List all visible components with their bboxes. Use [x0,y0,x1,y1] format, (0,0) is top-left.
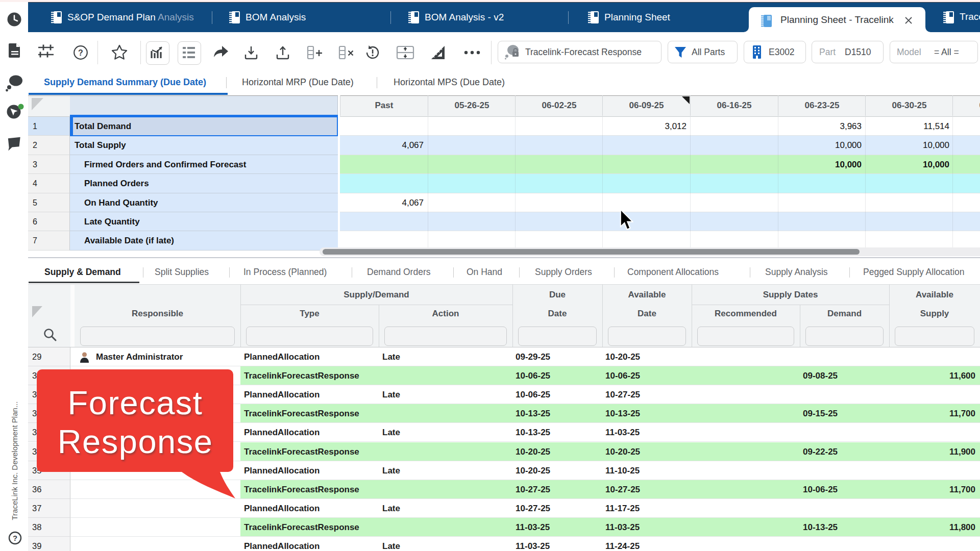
svg-text:?: ? [13,534,17,542]
svg-text:?: ? [78,48,83,57]
